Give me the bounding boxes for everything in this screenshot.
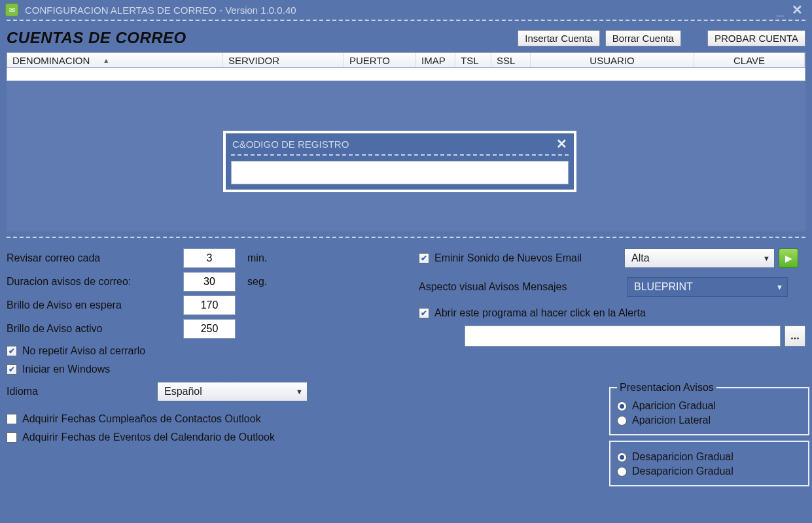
play-icon: ▶ xyxy=(785,253,792,263)
check-interval-unit: min. xyxy=(247,252,267,264)
start-windows-checkbox[interactable] xyxy=(7,364,17,375)
registration-title: C&ODIGO DE REGISTRO xyxy=(232,139,349,150)
titlebar: ✉ CONFIGURACION ALERTAS DE CORREO - Vers… xyxy=(0,0,812,20)
settings-panel: Revisar correo cada min. Duracion avisos… xyxy=(0,242,812,450)
minimize-button[interactable]: _ xyxy=(773,3,788,18)
app-icon: ✉ xyxy=(5,3,18,16)
chevron-down-icon: ▼ xyxy=(763,254,770,262)
start-windows-label: Iniciar en Windows xyxy=(22,363,110,375)
col-denominacion[interactable]: DENOMINACION ▲ xyxy=(7,53,223,67)
visual-aspect-select[interactable]: BLUEPRINT ▼ xyxy=(627,277,788,297)
appear-lateral-label: Aparicion Lateral xyxy=(632,414,711,426)
test-account-button[interactable]: PROBAR CUENTA xyxy=(707,30,805,46)
open-on-click-checkbox[interactable] xyxy=(419,308,429,318)
col-tsl[interactable]: TSL xyxy=(455,53,491,67)
chevron-down-icon: ▼ xyxy=(296,388,303,396)
sound-level-value: Alta xyxy=(631,252,650,264)
disappear-gradual-1-label: Desaparicion Gradual xyxy=(632,451,733,463)
close-button[interactable]: ✕ xyxy=(788,2,807,18)
presentation-disappear-fieldset: . Desaparicion Gradual Desaparicion Grad… xyxy=(609,441,809,486)
outlook-birthdays-label: Adquirir Fechas Cumpleaños de Contactos … xyxy=(22,413,261,425)
brightness-wait-input[interactable] xyxy=(183,295,236,315)
col-clave[interactable]: CLAVE xyxy=(694,53,805,67)
registration-code-input[interactable] xyxy=(231,161,569,184)
divider xyxy=(7,20,805,21)
settings-left: Revisar correo cada min. Duracion avisos… xyxy=(7,245,399,450)
no-repeat-label: No repetir Aviso al cerrarlo xyxy=(22,345,145,357)
col-usuario[interactable]: USUARIO xyxy=(531,53,694,67)
table-row[interactable] xyxy=(7,68,805,81)
table-body: C&ODIGO DE REGISTRO ✕ xyxy=(7,81,805,231)
col-ssl[interactable]: SSL xyxy=(491,53,531,67)
brightness-active-label: Brillo de Aviso activo xyxy=(7,323,183,335)
presentation-legend: Presentacion Avisos xyxy=(617,382,716,394)
col-puerto[interactable]: PUERTO xyxy=(344,53,416,67)
chevron-down-icon: ▼ xyxy=(776,283,783,291)
appear-lateral-radio[interactable] xyxy=(617,416,627,426)
brightness-wait-label: Brillo de Aviso en espera xyxy=(7,299,183,311)
divider xyxy=(231,154,569,156)
delete-account-button[interactable]: Borrar Cuenta xyxy=(605,30,681,46)
outlook-events-label: Adquirir Fechas de Eventos del Calendari… xyxy=(22,431,275,443)
registration-close-button[interactable]: ✕ xyxy=(556,136,567,152)
check-interval-label: Revisar correo cada xyxy=(7,252,183,264)
accounts-table-header: DENOMINACION ▲ SERVIDOR PUERTO IMAP TSL … xyxy=(7,52,805,68)
visual-aspect-label: Aspecto visual Avisos Mensajes xyxy=(419,281,627,293)
appear-gradual-label: Aparicion Gradual xyxy=(632,400,716,412)
open-on-click-label: Abrir este programa al hacer click en la… xyxy=(434,307,646,319)
language-select[interactable]: Español ▼ xyxy=(157,382,308,401)
emit-sound-checkbox[interactable] xyxy=(419,253,429,263)
disappear-gradual-2-label: Desaparicion Gradual xyxy=(632,465,733,477)
duration-input[interactable] xyxy=(183,272,236,292)
accounts-title: CUENTAS DE CORREO xyxy=(7,29,512,47)
divider xyxy=(7,237,805,238)
col-denominacion-label: DENOMINACION xyxy=(12,55,90,66)
outlook-birthdays-checkbox[interactable] xyxy=(7,414,17,424)
browse-button[interactable]: ... xyxy=(785,326,805,346)
presentation-appear-fieldset: Presentacion Avisos Aparicion Gradual Ap… xyxy=(609,382,809,435)
registration-dialog: C&ODIGO DE REGISTRO ✕ xyxy=(223,131,576,192)
emit-sound-label: Eminir Sonido de Nuevos Email xyxy=(434,252,624,264)
insert-account-button[interactable]: Insertar Cuenta xyxy=(518,30,599,46)
duration-unit: seg. xyxy=(247,276,267,288)
outlook-events-checkbox[interactable] xyxy=(7,432,17,443)
brightness-active-input[interactable] xyxy=(183,319,236,339)
language-label: Idioma xyxy=(7,386,157,397)
no-repeat-checkbox[interactable] xyxy=(7,346,17,356)
col-imap[interactable]: IMAP xyxy=(416,53,455,67)
language-select-value: Español xyxy=(164,386,202,397)
disappear-gradual-1-radio[interactable] xyxy=(617,452,627,462)
check-interval-input[interactable] xyxy=(183,248,236,268)
program-path-input[interactable] xyxy=(465,326,781,346)
disappear-gradual-2-radio[interactable] xyxy=(617,467,627,477)
col-servidor[interactable]: SERVIDOR xyxy=(223,53,344,67)
visual-aspect-value: BLUEPRINT xyxy=(634,281,693,293)
settings-right: Eminir Sonido de Nuevos Email Alta ▼ ▶ A… xyxy=(419,245,805,450)
window-title: CONFIGURACION ALERTAS DE CORREO - Versio… xyxy=(25,5,296,16)
duration-label: Duracion avisos de correo: xyxy=(7,276,183,288)
sound-level-select[interactable]: Alta ▼ xyxy=(624,248,775,268)
play-sound-button[interactable]: ▶ xyxy=(779,248,798,268)
sort-asc-icon: ▲ xyxy=(103,57,109,64)
presentation-group: Presentacion Avisos Aparicion Gradual Ap… xyxy=(609,382,809,492)
appear-gradual-radio[interactable] xyxy=(617,401,627,411)
accounts-header: CUENTAS DE CORREO Insertar Cuenta Borrar… xyxy=(0,25,812,52)
